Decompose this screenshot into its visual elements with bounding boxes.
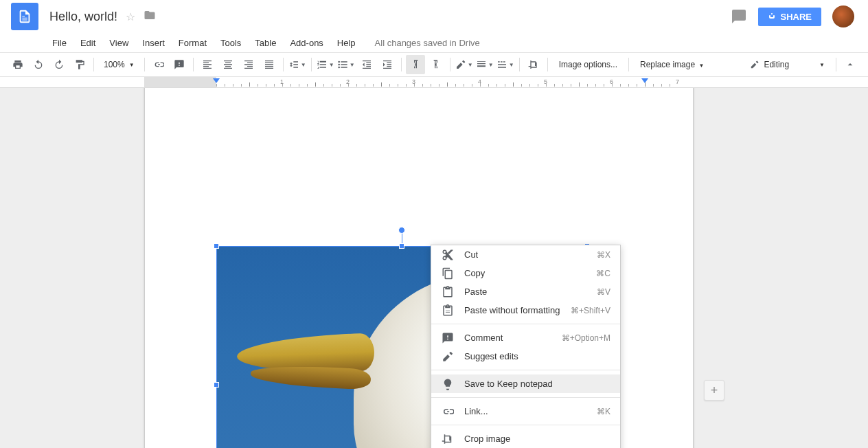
insert-comment-icon[interactable]: [170, 55, 189, 74]
save-status: All changes saved in Drive: [375, 38, 480, 48]
context-menu-label: Paste without formatting: [464, 305, 571, 315]
separator: [519, 58, 520, 71]
menu-format[interactable]: Format: [173, 35, 212, 51]
separator: [283, 58, 284, 71]
context-menu-shortcut: ⌘+Shift+V: [571, 306, 610, 315]
indent-icon[interactable]: [378, 55, 397, 74]
document-title[interactable]: Hello, world!: [49, 10, 117, 24]
image-options-button[interactable]: Image options...: [552, 60, 624, 69]
comment-icon: [441, 331, 455, 345]
menu-help[interactable]: Help: [332, 35, 361, 51]
collapse-toolbar-icon[interactable]: [841, 55, 860, 74]
star-icon[interactable]: ☆: [126, 10, 135, 23]
avatar[interactable]: [832, 5, 854, 27]
align-left-icon[interactable]: [198, 55, 217, 74]
menu-table[interactable]: Table: [249, 35, 282, 51]
context-menu-separator: [431, 425, 620, 425]
replace-image-button[interactable]: Replace image ▼: [633, 60, 711, 69]
line-spacing-icon[interactable]: ▼: [288, 55, 307, 74]
paste-plain-icon: [441, 304, 455, 317]
header: Hello, world! ☆ SHARE: [0, 0, 868, 33]
separator: [401, 58, 402, 71]
link-icon: [441, 405, 455, 418]
context-menu-separator: [431, 397, 620, 398]
context-menu-shortcut: ⌘C: [596, 269, 610, 278]
keep-icon: [441, 377, 455, 391]
menu-tools[interactable]: Tools: [215, 35, 247, 51]
context-menu-label: Copy: [464, 268, 596, 278]
context-menu-label: Cut: [464, 249, 597, 260]
context-menu-shortcut: ⌘K: [597, 407, 610, 416]
resize-handle-tl[interactable]: [214, 243, 219, 249]
resize-handle-tm[interactable]: [399, 243, 404, 249]
menu-edit[interactable]: Edit: [75, 35, 101, 51]
rotate-handle[interactable]: [398, 227, 405, 234]
border-color-icon[interactable]: ▼: [455, 55, 474, 74]
separator: [628, 58, 629, 71]
crop-icon[interactable]: [524, 55, 543, 74]
add-button[interactable]: +: [704, 380, 724, 401]
border-dash-icon[interactable]: ▼: [496, 55, 515, 74]
context-menu-item-paste[interactable]: Paste⌘V: [431, 282, 620, 301]
align-center-icon[interactable]: [218, 55, 238, 74]
separator: [450, 58, 450, 71]
ltr-icon[interactable]: [406, 55, 425, 74]
canvas: + Cut⌘XCopy⌘CPaste⌘VPaste without format…: [0, 88, 868, 448]
menu-view[interactable]: View: [104, 35, 134, 51]
align-justify-icon[interactable]: [260, 55, 279, 74]
redo-icon[interactable]: [49, 55, 69, 74]
resize-handle-ml[interactable]: [214, 382, 219, 388]
docs-icon[interactable]: [11, 3, 38, 30]
context-menu-separator: [431, 324, 620, 324]
context-menu-item-save-to-keep-notepad[interactable]: Save to Keep notepad: [431, 374, 620, 393]
context-menu-item-comment[interactable]: Comment⌘+Option+M: [431, 328, 620, 347]
toolbar: 100%▼ ▼ ▼ ▼ ▼ ▼ ▼ Image options... Repla…: [0, 52, 868, 77]
context-menu-label: Crop image: [464, 434, 610, 444]
crop-icon: [441, 432, 455, 446]
header-right: SHARE: [731, 5, 863, 27]
context-menu-item-crop-image[interactable]: Crop image: [431, 429, 620, 448]
context-menu-label: Paste: [464, 287, 597, 297]
context-menu-shortcut: ⌘V: [597, 287, 610, 297]
numbered-list-icon[interactable]: ▼: [316, 55, 335, 74]
context-menu-item-cut[interactable]: Cut⌘X: [431, 245, 620, 264]
cut-icon: [441, 248, 455, 262]
ruler[interactable]: 1234567: [0, 77, 868, 88]
comments-icon[interactable]: [731, 8, 747, 25]
context-menu-label: Comment: [464, 333, 562, 343]
align-right-icon[interactable]: [239, 55, 258, 74]
outdent-icon[interactable]: [357, 55, 376, 74]
context-menu-shortcut: ⌘+Option+M: [562, 333, 610, 343]
print-icon[interactable]: [8, 55, 27, 74]
menu-file[interactable]: File: [47, 35, 72, 51]
copy-icon: [441, 267, 455, 280]
separator: [311, 58, 312, 71]
suggest-icon: [441, 350, 455, 363]
context-menu-item-paste-without-formatting[interactable]: Paste without formatting⌘+Shift+V: [431, 301, 620, 320]
title-area: Hello, world! ☆: [49, 9, 156, 24]
separator: [144, 58, 145, 71]
bulleted-list-icon[interactable]: ▼: [336, 55, 356, 74]
share-button[interactable]: SHARE: [758, 8, 821, 26]
folder-icon[interactable]: [144, 9, 156, 24]
zoom-dropdown[interactable]: 100%▼: [98, 60, 140, 69]
context-menu-item-copy[interactable]: Copy⌘C: [431, 264, 620, 282]
menu-insert[interactable]: Insert: [137, 35, 170, 51]
undo-icon[interactable]: [29, 55, 48, 74]
separator: [836, 58, 836, 71]
context-menu-item-suggest-edits[interactable]: Suggest edits: [431, 347, 620, 366]
insert-link-icon[interactable]: [149, 55, 168, 74]
paste-icon: [441, 285, 455, 299]
rtl-icon[interactable]: [426, 55, 446, 74]
context-menu: Cut⌘XCopy⌘CPaste⌘VPaste without formatti…: [431, 245, 621, 448]
context-menu-shortcut: ⌘X: [597, 250, 610, 260]
border-weight-icon[interactable]: ▼: [475, 55, 494, 74]
context-menu-separator: [431, 370, 620, 370]
paint-format-icon[interactable]: [70, 55, 89, 74]
context-menu-label: Save to Keep notepad: [464, 379, 610, 389]
context-menu-item-link[interactable]: Link...⌘K: [431, 402, 620, 421]
separator: [547, 58, 548, 71]
editing-mode-dropdown[interactable]: Editing ▼: [743, 60, 832, 69]
menu-addons[interactable]: Add-ons: [284, 35, 328, 51]
menubar: File Edit View Insert Format Tools Table…: [0, 33, 868, 52]
